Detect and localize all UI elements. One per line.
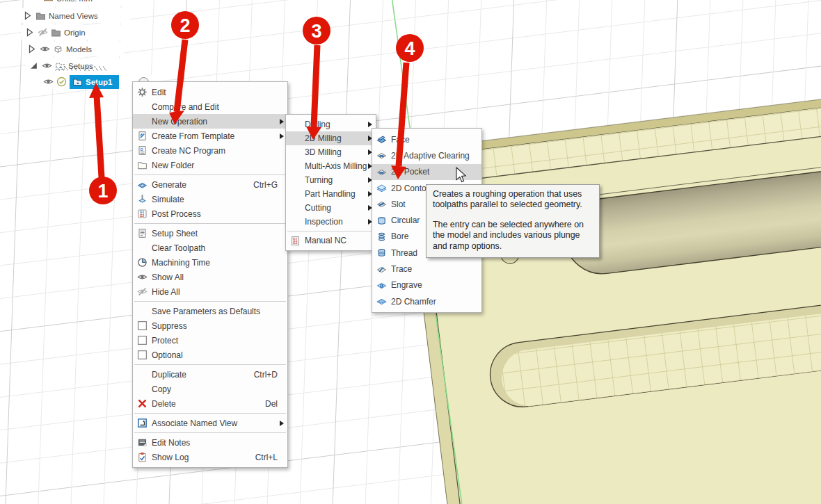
manual-nc-icon: G1G2	[290, 236, 301, 246]
expander-collapsed-icon[interactable]	[26, 44, 37, 54]
menu-item-optional[interactable]: Optional	[133, 348, 287, 362]
template-doc-icon	[137, 131, 148, 141]
folder-gray-icon[interactable]	[35, 10, 46, 21]
menu-item-2d-milling[interactable]: 2D Milling	[286, 131, 376, 145]
expander-collapsed-icon[interactable]	[24, 27, 35, 38]
menu-item-label: Save Parameters as Defaults	[152, 307, 287, 316]
menu-item-post-process[interactable]: G1G2Post Process	[133, 206, 287, 221]
menu-item-cutting[interactable]: Cutting	[286, 201, 376, 215]
op-chamfer-icon	[376, 296, 387, 307]
menu-item-face[interactable]: Face	[372, 131, 481, 147]
eye-off-icon[interactable]	[38, 27, 48, 38]
blank-icon	[290, 217, 301, 227]
menu-item-duplicate[interactable]: DuplicateCtrl+D	[133, 367, 287, 382]
menu-item-shortcut: Ctrl+D	[254, 370, 278, 380]
selected-setup-chip[interactable]: Setup1	[70, 75, 119, 89]
menu-item-3d-milling[interactable]: 3D Milling	[286, 145, 376, 159]
menu-item-clear-toolpath[interactable]: Clear Toolpath	[133, 241, 287, 255]
menu-item-manual-nc[interactable]: G1G2Manual NC	[286, 234, 376, 247]
menu-item-part-handling[interactable]: Part Handling	[286, 187, 376, 201]
menu-item-2d-chamfer[interactable]: 2D Chamfer	[372, 293, 481, 309]
setup-sheet-icon	[137, 228, 148, 238]
menu-item-label: Edit Notes	[152, 438, 287, 448]
menu-item-create-from-template[interactable]: Create From Template	[133, 129, 287, 143]
op-contour-icon	[376, 183, 387, 193]
menu-item-label: Delete	[152, 399, 258, 409]
menu-item-label: Setup Sheet	[152, 229, 287, 238]
menu-item-new-folder[interactable]: New Folder	[133, 158, 287, 172]
blank-icon	[290, 133, 301, 144]
menu-item-trace[interactable]: Trace	[372, 261, 481, 277]
menu-item-edit-notes[interactable]: Edit Notes	[133, 435, 287, 450]
menu-item-label: 2D Adaptive Clearing	[391, 151, 481, 161]
folder-gray-icon[interactable]	[51, 27, 61, 38]
menu-item-protect[interactable]: Protect	[133, 333, 287, 348]
menu-item-turning[interactable]: Turning	[286, 173, 376, 187]
menu-item-machining-time[interactable]: Machining Time	[133, 255, 287, 270]
menu-item-create-nc-program[interactable]: GCreate NC Program	[133, 143, 287, 158]
menu-item-label: Show Log	[152, 453, 248, 462]
tree-row-origin[interactable]: Origin	[22, 25, 125, 40]
simulate-icon	[137, 194, 148, 204]
tree-row-label: Models	[66, 45, 92, 54]
log-icon	[137, 452, 148, 462]
menu-separator	[287, 231, 374, 231]
menu-item-simulate[interactable]: Simulate	[133, 192, 287, 206]
tree-row-label: Units: mm	[56, 0, 93, 3]
tree-row-named-views[interactable]: Named Views	[19, 8, 129, 23]
tooltip-paragraph-1: Creates a roughing operation that uses t…	[433, 189, 593, 210]
eye-off-icon	[137, 286, 148, 297]
menu-separator	[134, 413, 286, 414]
menu-item-new-operation[interactable]: New Operation	[133, 114, 287, 129]
menu-item-hide-all[interactable]: Hide All	[133, 284, 287, 299]
menu-item-inspection[interactable]: Inspection	[286, 215, 376, 229]
blank-icon	[290, 189, 301, 200]
blank-icon	[290, 175, 301, 186]
cube-icon[interactable]	[53, 44, 63, 54]
menu-item-edit[interactable]: Edit	[133, 85, 287, 99]
eye-icon[interactable]	[43, 76, 54, 87]
menu-item-multi-axis-milling[interactable]: Multi-Axis Milling	[286, 159, 376, 173]
menu-item-label: Create From Template	[152, 131, 280, 141]
check-circle-icon[interactable]	[56, 76, 67, 87]
eye-icon[interactable]	[40, 44, 50, 54]
blank-icon	[290, 120, 301, 130]
expander-expanded-icon[interactable]	[29, 60, 39, 71]
menu-item-engrave[interactable]: Engrave	[372, 277, 481, 293]
submenu-arrow-icon	[368, 122, 372, 127]
blank-icon	[290, 161, 301, 172]
blank-icon	[290, 147, 301, 158]
menu-item-label: 3D Milling	[305, 147, 368, 157]
menu-item-label: Post Process	[152, 209, 287, 219]
tree-row-models[interactable]: Models	[24, 42, 124, 56]
menu-item-label: 2D Pocket	[391, 167, 481, 177]
menu-item-show-all[interactable]: Show All	[133, 270, 287, 284]
menu-item-drilling[interactable]: Drilling	[286, 117, 376, 131]
checkbox-icon	[137, 335, 148, 346]
svg-text:G2: G2	[140, 214, 145, 218]
op-adaptive-icon	[376, 150, 387, 161]
menu-item-save-parameters-as-defaults[interactable]: Save Parameters as Defaults	[133, 304, 287, 318]
menu-item-show-log[interactable]: Show LogCtrl+L	[133, 450, 287, 464]
expander-collapsed-icon[interactable]	[22, 10, 33, 21]
menu-item-setup-sheet[interactable]: Setup Sheet	[133, 226, 287, 241]
eye-icon[interactable]	[42, 60, 52, 71]
menu-item-compare-and-edit[interactable]: Compare and Edit	[133, 99, 287, 114]
menu-item-label: Engrave	[391, 280, 481, 290]
tree-row-units-mm[interactable]: Units: mm	[40, 0, 145, 6]
menu-item-label: Part Handling	[305, 189, 368, 199]
menu-item-2d-pocket[interactable]: 2D Pocket	[372, 164, 481, 180]
menu-item-shortcut: Ctrl+G	[253, 180, 278, 190]
menu-item-copy[interactable]: Copy	[133, 382, 287, 396]
folder-icon	[137, 160, 148, 170]
menu-item-label: Trace	[391, 264, 481, 274]
menu-item-associate-named-view[interactable]: Associate Named View	[133, 416, 287, 430]
menu-item-suppress[interactable]: Suppress	[133, 318, 287, 333]
checkbox-icon	[137, 320, 148, 331]
menu-item-2d-adaptive-clearing[interactable]: 2D Adaptive Clearing	[372, 147, 481, 163]
menu-item-delete[interactable]: DeleteDel	[133, 396, 287, 411]
ruler-icon[interactable]	[43, 0, 54, 3]
menu-item-generate[interactable]: GenerateCtrl+G	[133, 177, 287, 192]
menu-separator	[134, 432, 286, 433]
menu-item-label: Cutting	[305, 203, 368, 213]
